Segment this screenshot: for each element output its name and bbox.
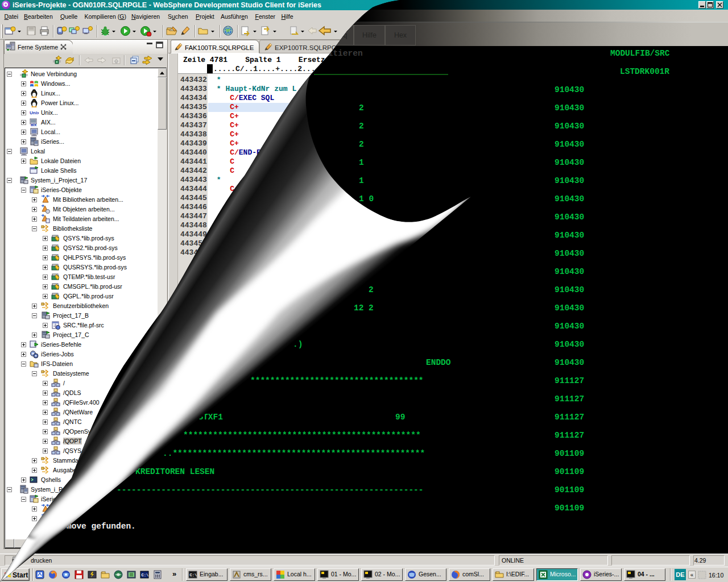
svg-text:C:\: C:\ [142,573,149,577]
svg-text:aix: aix [31,122,37,127]
svg-text:C:\: C:\ [190,573,197,577]
svg-text:Unix: Unix [30,110,39,115]
